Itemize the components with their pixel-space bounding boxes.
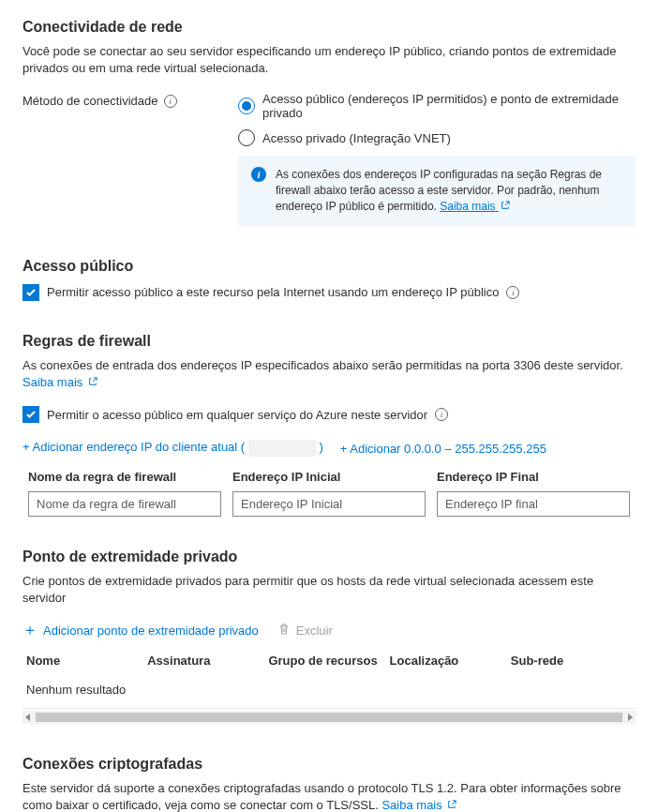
public-access-checkbox-label: Permitir acesso público a este recurso p… xyxy=(47,285,499,299)
info-icon: i xyxy=(251,167,266,182)
firewall-rule-end-ip-input[interactable] xyxy=(437,491,630,517)
check-icon xyxy=(25,287,37,298)
public-access-checkbox[interactable] xyxy=(22,284,39,301)
radio-private-access[interactable]: Acesso privado (Integração VNET) xyxy=(238,129,636,146)
firewall-rule-name-input[interactable] xyxy=(28,491,221,517)
firewall-rule-start-ip-input[interactable] xyxy=(232,491,426,517)
firewall-rule-header: Nome da regra de firewall Endereço IP In… xyxy=(22,470,636,484)
private-endpoint-description: Crie pontos de extremidade privados para… xyxy=(22,573,636,607)
horizontal-scrollbar[interactable] xyxy=(22,711,636,724)
plus-icon: ＋ xyxy=(22,623,37,638)
add-private-endpoint-button[interactable]: ＋ Adicionar ponto de extremidade privado xyxy=(22,623,259,638)
redacted-ip xyxy=(248,440,316,457)
learn-more-link[interactable]: Saiba mais xyxy=(440,200,510,213)
private-endpoint-table-header: Nome Assinatura Grupo de recursos Locali… xyxy=(22,648,636,673)
trash-icon xyxy=(277,623,291,639)
scrollbar-thumb[interactable] xyxy=(36,713,622,722)
encrypted-description: Este servidor dá suporte a conexões crip… xyxy=(22,780,636,812)
private-endpoint-heading: Ponto de extremidade privado xyxy=(22,549,636,565)
delete-private-endpoint-button: Excluir xyxy=(277,623,333,639)
private-endpoint-empty-state: Nenhum resultado xyxy=(22,673,636,709)
connectivity-description: Você pode se conectar ao seu servidor es… xyxy=(22,43,636,77)
firewall-heading: Regras de firewall xyxy=(22,333,636,350)
firewall-rule-row xyxy=(22,491,636,517)
info-icon[interactable]: i xyxy=(164,95,177,108)
radio-icon xyxy=(238,129,255,146)
external-link-icon xyxy=(447,800,456,809)
check-icon xyxy=(25,409,37,420)
add-full-range-link[interactable]: + Adicionar 0.0.0.0 – 255.255.255.255 xyxy=(340,442,546,456)
firewall-description: As conexões de entrada dos endereços IP … xyxy=(22,357,636,391)
add-client-ip-link[interactable]: + Adicionar endereço IP do cliente atual… xyxy=(22,440,323,457)
connectivity-heading: Conectividade de rede xyxy=(22,19,636,36)
info-icon[interactable]: i xyxy=(435,408,448,421)
learn-more-link[interactable]: Saiba mais xyxy=(381,798,456,812)
external-link-icon xyxy=(501,201,510,210)
public-access-heading: Acesso público xyxy=(22,258,636,275)
radio-public-access[interactable]: Acesso público (endereços IP permitidos)… xyxy=(238,92,636,120)
firewall-azure-services-label: Permitir o acesso público em qualquer se… xyxy=(47,408,427,422)
radio-icon xyxy=(238,98,255,114)
learn-more-link[interactable]: Saiba mais xyxy=(22,375,97,389)
info-icon[interactable]: i xyxy=(506,286,519,299)
firewall-azure-services-checkbox[interactable] xyxy=(22,406,39,423)
connectivity-method-label: Método de conectividade i xyxy=(22,92,238,108)
encrypted-heading: Conexões criptografadas xyxy=(22,756,636,773)
connectivity-info-box: i As conexões dos endereços IP configura… xyxy=(238,156,636,225)
external-link-icon xyxy=(88,377,97,386)
